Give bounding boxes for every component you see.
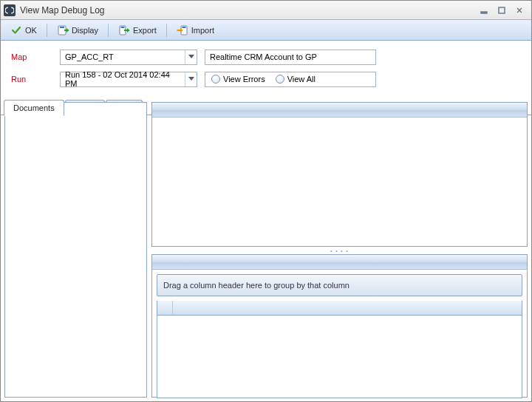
import-button[interactable]: Import [171,22,219,38]
grid-title-header[interactable] [152,255,527,270]
chevron-down-icon [185,72,197,86]
run-label: Run [11,75,52,84]
view-filter-group: View Errors View All [205,72,376,87]
detail-header[interactable] [152,103,527,117]
run-combo[interactable]: Run 158 - 02 Oct 2014 02:44 PM [60,72,197,87]
separator [166,24,167,37]
horizontal-splitter[interactable]: • • • • [151,247,528,254]
minimize-button[interactable] [477,4,491,17]
main-area: • • • • Drag a column header here to gro… [4,102,528,398]
view-all-radio[interactable]: View All [276,75,316,84]
display-label: Display [72,26,98,35]
radio-icon [211,75,220,84]
display-icon [57,24,69,36]
view-errors-radio[interactable]: View Errors [211,75,265,84]
import-icon [177,24,188,36]
separator [108,24,109,37]
map-label: Map [11,52,52,61]
check-icon [10,24,22,36]
export-icon [118,24,130,36]
tab-documents[interactable]: Documents [4,100,64,116]
svg-rect-9 [182,27,185,28]
export-label: Export [133,26,157,35]
form-area: Map GP_ACC_RT Realtime CRM Account to GP… [1,41,531,98]
view-errors-label: View Errors [223,75,265,84]
map-combo[interactable]: GP_ACC_RT [60,50,197,65]
display-button[interactable]: Display [52,22,103,38]
svg-rect-1 [499,7,505,13]
map-value: GP_ACC_RT [65,52,114,61]
groupby-hint: Drag a column header here to group by th… [163,281,349,290]
window-title: View Map Debug Log [20,5,474,16]
chevron-down-icon [185,50,197,64]
maximize-button[interactable] [494,4,509,17]
svg-rect-0 [481,12,487,13]
map-description[interactable]: Realtime CRM Account to GP [205,50,376,65]
grid-body[interactable] [157,316,522,398]
map-desc-value: Realtime CRM Account to GP [210,52,317,61]
view-all-label: View All [287,75,316,84]
app-icon [4,4,16,16]
close-button[interactable] [512,4,527,17]
tree-panel[interactable] [4,102,147,398]
svg-rect-7 [120,27,124,28]
separator [47,24,47,37]
export-button[interactable]: Export [113,22,162,38]
run-value: Run 158 - 02 Oct 2014 02:44 PM [65,70,183,88]
detail-panel [151,102,528,247]
grid-column-header[interactable] [157,301,522,316]
grid-groupby-bar[interactable]: Drag a column header here to group by th… [157,274,522,296]
svg-rect-5 [60,27,64,28]
ok-button[interactable]: OK [5,22,42,38]
grid-panel: Drag a column header here to group by th… [151,254,528,398]
ok-label: OK [25,26,37,35]
import-label: Import [191,26,214,35]
grip-icon: • • • • [330,248,349,254]
toolbar: OK Display Export Import [1,20,531,41]
radio-icon [276,75,284,84]
title-bar: View Map Debug Log [1,1,531,20]
